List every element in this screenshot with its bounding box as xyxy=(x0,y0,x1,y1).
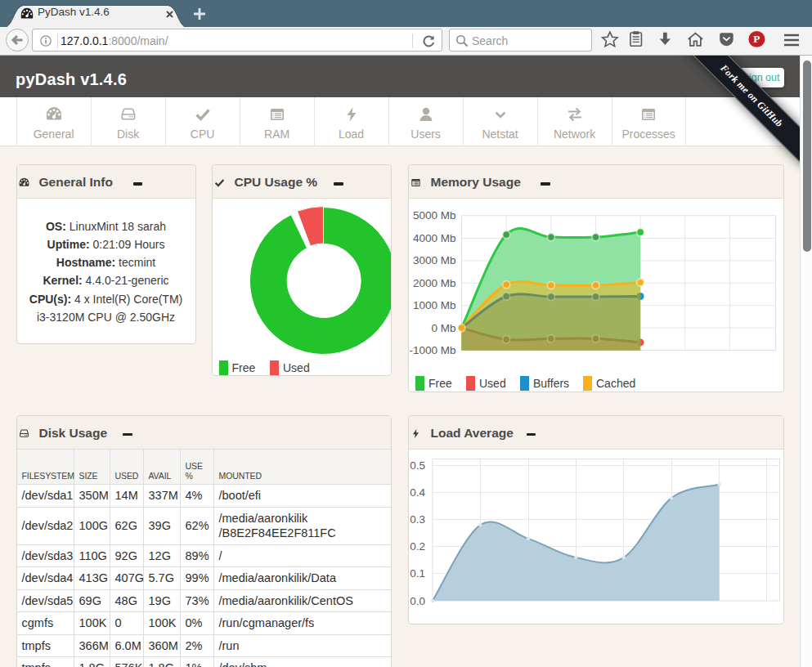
svg-text:0.2: 0.2 xyxy=(410,540,425,553)
svg-text:3000 Mb: 3000 Mb xyxy=(412,254,455,266)
svg-text:0.4: 0.4 xyxy=(410,486,425,499)
svg-text:P: P xyxy=(753,33,760,45)
svg-text:1000 Mb: 1000 Mb xyxy=(412,299,455,311)
svg-text:5000 Mb: 5000 Mb xyxy=(412,209,455,222)
svg-text:0.0: 0.0 xyxy=(410,594,425,607)
svg-text:0.5: 0.5 xyxy=(410,459,425,472)
svg-text:0.3: 0.3 xyxy=(410,513,425,526)
svg-text:0.1: 0.1 xyxy=(410,567,425,580)
svg-text:4000 Mb: 4000 Mb xyxy=(412,232,455,244)
svg-text:2000 Mb: 2000 Mb xyxy=(412,276,455,289)
svg-text:-1000 Mb: -1000 Mb xyxy=(410,344,456,356)
svg-text:0 Mb: 0 Mb xyxy=(431,321,455,334)
